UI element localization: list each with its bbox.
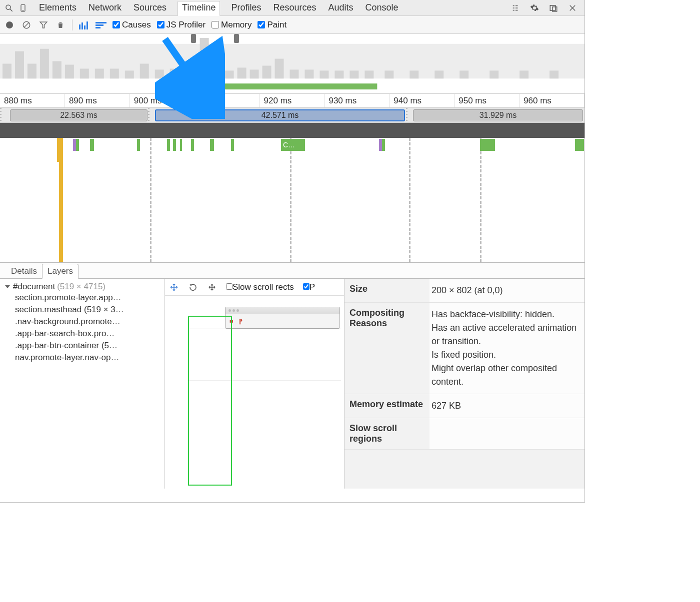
tab-layers[interactable]: Layers [42,264,78,279]
clear-icon[interactable] [21,19,32,30]
frames-view-icon[interactable] [78,19,90,30]
svg-rect-34 [170,68,179,78]
causes-checkbox[interactable]: Causes [112,20,151,30]
props-key: Size [344,279,430,302]
frame-block[interactable]: 22.563 ms [10,109,148,121]
tree-item[interactable]: section.promote-layer.app… [4,292,164,304]
flame-event[interactable]: C… [281,139,305,151]
svg-rect-49 [384,70,394,78]
svg-rect-51 [434,70,444,78]
devtools-top-toolbar: ElementsNetworkSourcesTimelineProfilesRe… [0,0,584,16]
tab-timeline[interactable]: Timeline [178,1,220,16]
paragraph-icon: ⁋ [238,318,242,325]
svg-point-0 [6,5,10,9]
layers-panel: #document (519 × 4715) section.promote-l… [0,279,584,489]
svg-rect-24 [28,64,36,79]
ruler-tick: 960 ms [520,94,584,107]
ruler-tick: 950 ms [454,94,520,107]
frame-block[interactable]: 31.929 ms [413,109,583,121]
tree-item[interactable]: .app-bar-search-box.pro… [4,328,164,340]
tab-sources[interactable]: Sources [132,0,168,15]
tab-details[interactable]: Details [6,264,42,278]
search-icon[interactable] [3,2,15,14]
device-icon[interactable] [17,2,29,14]
svg-rect-57 [212,83,378,89]
tree-item[interactable]: nav.promote-layer.nav-op… [4,352,164,364]
drawer-toggle-icon[interactable] [510,2,522,14]
jsprofiler-checkbox[interactable]: JS Profiler [157,20,206,30]
layer-3d-view[interactable]: Slow scroll rects P ≡ ⁋ [165,279,344,489]
paint-rects-checkbox[interactable]: P [303,282,315,292]
svg-rect-16 [96,22,106,23]
timeline-flamechart[interactable]: C… [0,138,584,263]
svg-rect-36 [200,38,209,78]
svg-line-10 [24,22,29,27]
tree-item[interactable]: .app-bar-btn-container (5… [4,340,164,352]
svg-rect-23 [15,51,24,79]
pan-icon[interactable] [169,283,179,292]
tree-item[interactable]: .nav-background.promote… [4,316,164,328]
reset-icon[interactable] [207,283,217,292]
svg-rect-46 [334,70,344,78]
layer-properties: Size200 × 802 (at 0,0)Compositing Reason… [344,279,584,489]
timeline-overview[interactable]: 30 fps 60 fps [0,34,584,94]
tree-root[interactable]: #document (519 × 4715) [4,282,164,292]
layer-toolbar: Slow scroll rects P [165,279,344,296]
svg-rect-32 [140,64,149,79]
rotate-icon[interactable] [188,283,198,292]
settings-gear-icon[interactable] [528,2,540,14]
record-icon[interactable] [4,19,15,30]
svg-rect-55 [550,70,558,78]
ruler-tick: 940 ms [390,94,454,107]
svg-rect-38 [225,70,234,78]
svg-rect-50 [410,70,418,78]
flame-view-icon[interactable] [96,19,106,30]
tab-audits[interactable]: Audits [328,0,354,15]
timeline-ruler[interactable]: 880 ms890 ms900 msms920 ms930 ms940 ms95… [0,94,584,108]
svg-rect-35 [185,70,194,78]
tree-item[interactable]: section.masthead (519 × 3… [4,304,164,316]
svg-rect-13 [82,22,83,29]
props-key: Compositing Reasons [344,303,430,394]
dock-side-icon[interactable] [548,2,560,14]
svg-rect-17 [96,24,104,26]
tab-network[interactable]: Network [88,0,122,15]
timeline-frame-row[interactable]: 22.563 ms 42.571 ms 31.929 ms [0,108,584,123]
disclosure-triangle-icon[interactable] [5,285,10,288]
filter-icon[interactable] [38,19,49,30]
svg-rect-14 [84,25,86,29]
garbage-collect-icon[interactable] [55,19,66,30]
layer-tree[interactable]: #document (519 × 4715) section.promote-l… [0,279,165,489]
tab-resources[interactable]: Resources [272,0,318,15]
close-icon[interactable] [566,2,578,14]
svg-rect-29 [95,68,104,78]
svg-marker-11 [40,22,47,28]
selected-layer-outline[interactable] [188,316,232,486]
svg-rect-41 [262,65,272,78]
svg-rect-18 [96,27,100,28]
tab-elements[interactable]: Elements [38,0,78,15]
layer-thumbnail[interactable]: ≡ ⁋ [225,307,340,329]
svg-rect-28 [80,68,89,78]
memory-checkbox[interactable]: Memory [212,20,252,30]
ruler-tick: 920 ms [260,94,325,107]
ruler-tick: 900 ms [130,94,195,107]
slow-scroll-checkbox[interactable]: Slow scroll rects [226,282,294,292]
svg-rect-27 [65,64,74,78]
timeline-thread-header [0,123,584,138]
svg-rect-30 [110,68,119,78]
frame-block-selected[interactable]: 42.571 ms [155,109,405,121]
props-key: Slow scroll regions [344,418,430,449]
tree-root-dims: (519 × 4715) [57,282,106,292]
svg-rect-56 [200,80,210,89]
props-value: Has backface-visibility: hidden.Has an a… [430,303,584,394]
tab-console[interactable]: Console [364,0,400,15]
panel-tabs: ElementsNetworkSourcesTimelineProfilesRe… [38,0,400,15]
paint-checkbox[interactable]: Paint [258,20,286,30]
svg-rect-43 [290,69,299,78]
svg-rect-53 [490,70,498,78]
svg-rect-12 [79,24,80,29]
tab-profiles[interactable]: Profiles [230,0,262,15]
svg-rect-42 [275,59,284,79]
props-key: Memory estimate [344,394,430,418]
